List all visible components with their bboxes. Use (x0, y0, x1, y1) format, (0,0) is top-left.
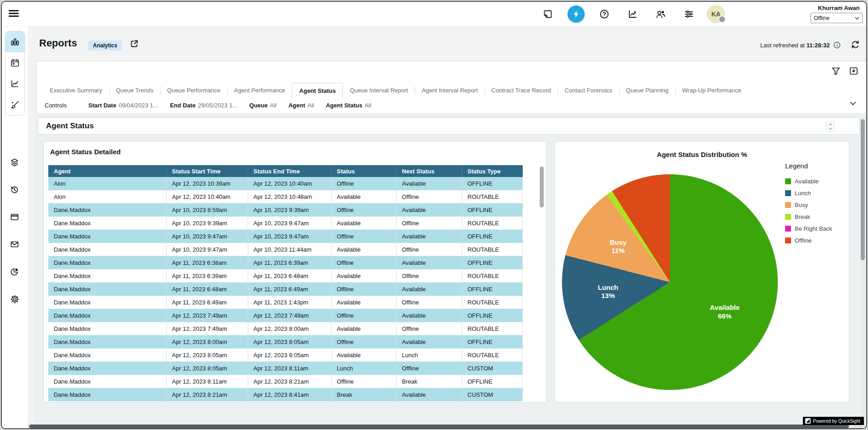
tab-queue-planning[interactable]: Queue Planning (619, 83, 675, 98)
filter-icon[interactable] (832, 67, 840, 75)
table-cell: Available (396, 335, 462, 349)
top-bar: KA Khurram Awan Offline (2, 2, 866, 27)
legend-item-busy[interactable]: Busy (785, 202, 832, 208)
sidebar-item-settings[interactable] (5, 289, 24, 309)
tab-executive-summary[interactable]: Executive Summary (43, 83, 109, 98)
tab-queue-trends[interactable]: Queue Trends (109, 83, 160, 98)
user-status-select[interactable]: Offline (811, 13, 863, 23)
filter-queue[interactable]: QueueAll (249, 102, 276, 109)
table-cell: ROUTABLE (462, 217, 522, 230)
settings-sliders-icon[interactable] (680, 5, 698, 23)
column-header[interactable]: Status Start Time (166, 165, 248, 177)
tab-agent-status[interactable]: Agent Status (292, 83, 343, 98)
table-cell: Dane.Maddox (48, 375, 166, 388)
legend-item-be-right-back[interactable]: Be Right Back (785, 225, 832, 232)
tab-wrap-up-performance[interactable]: Wrap-Up Performance (675, 83, 748, 98)
insights-bolt-icon[interactable] (567, 5, 585, 23)
table-cell: Dane.Maddox (48, 283, 166, 296)
table-cell: Apr 10, 2023 9:47am (166, 243, 248, 256)
table-cell: Apr 12, 2023 7:49am (166, 309, 248, 322)
filter-end-date[interactable]: End Date29/05/2023 1... (170, 102, 237, 109)
table-cell: Apr 10, 2023 8:59am (166, 203, 248, 217)
table-cell: Dane.Maddox (48, 296, 166, 309)
last-refreshed-text: Last refreshed at 11:28:32 (761, 42, 830, 49)
horizontal-scrollbar-thumb[interactable] (29, 425, 849, 428)
table-row: Dane.MaddoxApr 11, 2023 6:39amApr 11, 20… (48, 269, 522, 283)
table-cell: ROUTABLE (462, 401, 522, 403)
table-cell: Apr 12, 2023 10:39am (166, 177, 248, 190)
canvas-scrollbar-thumb[interactable] (861, 119, 865, 260)
calendar-icon (10, 58, 20, 67)
export-icon[interactable] (849, 67, 858, 75)
help-icon[interactable] (596, 5, 613, 23)
table-cell: Apr 12, 2023 8:05am (166, 362, 248, 375)
sidebar-item-dashboards[interactable] (5, 31, 25, 52)
column-header[interactable]: Status End Time (248, 165, 331, 177)
gear-icon (10, 294, 20, 304)
table-scrollbar-thumb[interactable] (540, 167, 544, 207)
table-cell: Offline (396, 362, 462, 375)
filter-agent[interactable]: AgentAll (288, 102, 314, 109)
table-cell: Apr 12, 2023 8:05am (166, 349, 248, 362)
tab-queue-interval-report[interactable]: Queue Interval Report (343, 83, 415, 98)
table-cell: OFFLINE (462, 177, 522, 190)
table-cell: Apr 12, 2023 8:41am (248, 388, 331, 401)
column-header[interactable]: Next Status (396, 165, 462, 177)
filter-agent-status[interactable]: Agent StatusAll (326, 102, 371, 109)
sidebar-item-trends[interactable] (5, 73, 25, 94)
table-row: Dane.MaddoxApr 11, 2023 6:49amApr 11, 20… (48, 296, 522, 309)
column-header[interactable]: Status Type (462, 165, 522, 177)
sidebar-item-browser[interactable] (5, 207, 24, 227)
legend-item-break[interactable]: Break (785, 213, 832, 220)
tab-contract-trace-record[interactable]: Contract Trace Record (485, 83, 558, 98)
horizontal-scrollbar-track[interactable] (28, 425, 866, 428)
notes-icon[interactable] (539, 5, 557, 23)
controls-expand-chevron-icon[interactable] (850, 101, 856, 106)
table-cell: Apr 12, 2023 7:49am (166, 322, 248, 335)
table-cell: Dane.Maddox (48, 256, 166, 269)
pie-chart[interactable] (562, 174, 778, 390)
avatar[interactable]: KA (707, 5, 725, 23)
tab-queue-performance[interactable]: Queue Performance (160, 83, 227, 98)
sidebar-item-schedule[interactable] (5, 52, 25, 73)
sheet-spinner[interactable] (826, 121, 834, 132)
table-cell: Break (331, 388, 396, 401)
tab-agent-performance[interactable]: Agent Performance (227, 83, 292, 98)
powered-by-quicksight-badge: Powered by QuickSight (803, 417, 864, 425)
sidebar-item-mail[interactable] (5, 235, 24, 254)
analytics-badge[interactable]: Analytics (88, 40, 122, 51)
column-header[interactable]: Agent (48, 165, 166, 177)
table-cell: Alon (48, 177, 166, 190)
legend-swatch (785, 178, 791, 184)
table-cell: Apr 12, 2023 7:49am (248, 309, 331, 322)
table-cell: Apr 10, 2023 9:39am (248, 203, 331, 217)
refresh-icon[interactable] (851, 40, 860, 49)
metrics-chart-icon[interactable] (624, 5, 641, 23)
dashboard-canvas: Agent Status Agent Status Detailed Agent… (37, 113, 866, 428)
hamburger-menu-icon[interactable] (9, 9, 19, 19)
sidebar-item-reports-pie[interactable] (5, 262, 24, 281)
legend-item-offline[interactable]: Offline (785, 237, 832, 244)
table-row: Dane.MaddoxApr 11, 2023 6:48amApr 11, 20… (48, 283, 522, 296)
sidebar-item-history[interactable] (5, 180, 24, 199)
sidebar-item-layers[interactable] (5, 153, 24, 172)
legend-item-available[interactable]: Available (785, 178, 832, 185)
report-tab-bar: Executive SummaryQueue TrendsQueue Perfo… (36, 83, 866, 98)
table-cell: Apr 10, 2023 11:44am (248, 243, 331, 256)
agents-people-icon[interactable] (652, 5, 669, 23)
controls-label: Controls (45, 102, 77, 109)
tab-contact-forensics[interactable]: Contact Forensics (558, 83, 619, 98)
agent-status-distribution-card: Agent Status Distribution % Legend Avail… (555, 141, 849, 403)
column-header[interactable]: Status (331, 165, 396, 177)
table-row: AlonApr 12, 2023 10:40amApr 12, 2023 10:… (48, 190, 522, 203)
table-cell: Apr 12, 2023 8:05am (248, 335, 331, 349)
legend-item-lunch[interactable]: Lunch (785, 190, 832, 197)
external-link-icon[interactable] (130, 40, 138, 48)
table-cell: OFFLINE (462, 375, 522, 388)
tab-agent-interval-report[interactable]: Agent Interval Report (415, 83, 485, 98)
filter-start-date[interactable]: Start Date09/04/2023 1... (88, 102, 158, 109)
pie-chart-icon (10, 267, 19, 276)
info-icon[interactable] (833, 41, 841, 49)
sidebar-item-design[interactable] (5, 94, 25, 115)
report-panel: Executive SummaryQueue TrendsQueue Perfo… (36, 61, 866, 428)
